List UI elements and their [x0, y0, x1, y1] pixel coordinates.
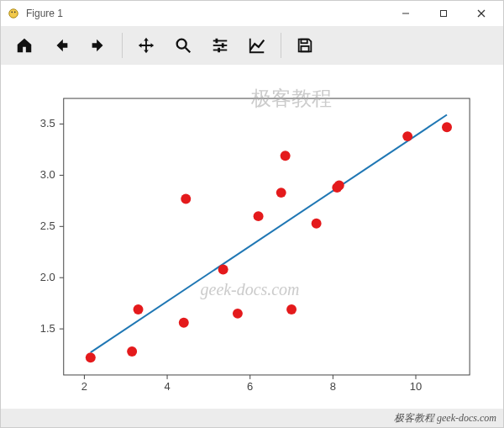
data-point — [233, 309, 243, 319]
data-point — [286, 304, 297, 314]
y-tick-label: 2.5 — [40, 219, 55, 232]
home-icon — [15, 36, 34, 55]
regression-line — [91, 115, 447, 353]
data-point — [86, 352, 96, 362]
zoom-button[interactable] — [165, 29, 202, 62]
toolbar — [1, 26, 503, 65]
save-button[interactable] — [286, 29, 323, 62]
app-icon — [8, 8, 19, 19]
data-point — [276, 188, 286, 198]
back-button[interactable] — [43, 29, 80, 62]
arrow-left-icon — [52, 36, 71, 55]
status-text: 极客教程 geek-docs.com — [394, 411, 496, 425]
titlebar: Figure 1 — [1, 1, 503, 26]
forward-button[interactable] — [80, 29, 117, 62]
svg-rect-14 — [218, 48, 220, 53]
save-icon — [296, 36, 314, 55]
arrow-right-icon — [89, 36, 108, 55]
data-point — [134, 304, 144, 314]
edit-button[interactable] — [239, 29, 276, 62]
data-point — [312, 219, 322, 229]
data-point — [181, 193, 191, 203]
close-button[interactable] — [462, 1, 500, 26]
x-tick-label: 4 — [164, 380, 170, 393]
minimize-icon — [402, 9, 410, 18]
x-tick-label: 2 — [81, 380, 87, 393]
data-point — [179, 318, 189, 328]
configure-button[interactable] — [202, 29, 239, 62]
window-title: Figure 1 — [26, 8, 63, 19]
data-point — [334, 181, 344, 191]
svg-point-7 — [177, 40, 186, 49]
zoom-icon — [174, 36, 192, 55]
pan-button[interactable] — [128, 29, 165, 62]
minimize-button[interactable] — [386, 1, 424, 26]
svg-point-2 — [14, 11, 16, 13]
x-tick-label: 10 — [410, 380, 422, 393]
close-icon — [477, 9, 486, 18]
svg-rect-10 — [216, 39, 218, 44]
y-tick-label: 3.0 — [40, 168, 55, 181]
data-point — [254, 211, 264, 221]
y-tick-label: 1.5 — [40, 322, 55, 335]
svg-point-1 — [11, 11, 13, 13]
watermark-mid: geek-docs.com — [201, 280, 300, 299]
plot-area[interactable]: 2468101.52.02.53.03.5极客教程geek-docs.com — [1, 65, 503, 409]
y-tick-label: 2.0 — [40, 271, 55, 283]
x-tick-label: 6 — [247, 380, 253, 393]
maximize-button[interactable] — [424, 1, 462, 26]
chart: 2468101.52.02.53.03.5极客教程geek-docs.com — [1, 65, 503, 409]
svg-rect-15 — [301, 40, 307, 44]
maximize-icon — [439, 9, 448, 18]
svg-rect-12 — [222, 43, 224, 48]
chart-line-icon — [248, 36, 266, 55]
data-point — [442, 122, 452, 132]
svg-rect-16 — [301, 46, 308, 51]
figure-window: Figure 1 — [0, 0, 504, 428]
y-tick-label: 3.5 — [40, 117, 55, 129]
move-icon — [137, 36, 155, 55]
x-tick-label: 8 — [330, 380, 336, 393]
svg-rect-4 — [440, 11, 446, 17]
data-point — [218, 265, 228, 275]
watermark-top: 极客教程 — [250, 87, 332, 109]
sliders-icon — [211, 36, 229, 55]
svg-line-8 — [186, 48, 191, 53]
data-point — [127, 346, 137, 357]
home-button[interactable] — [6, 29, 43, 62]
toolbar-separator — [122, 33, 123, 58]
toolbar-separator — [281, 33, 281, 58]
data-point — [402, 131, 412, 141]
svg-point-0 — [9, 9, 18, 18]
statusbar: 极客教程 geek-docs.com — [1, 409, 503, 427]
data-point — [281, 151, 291, 161]
